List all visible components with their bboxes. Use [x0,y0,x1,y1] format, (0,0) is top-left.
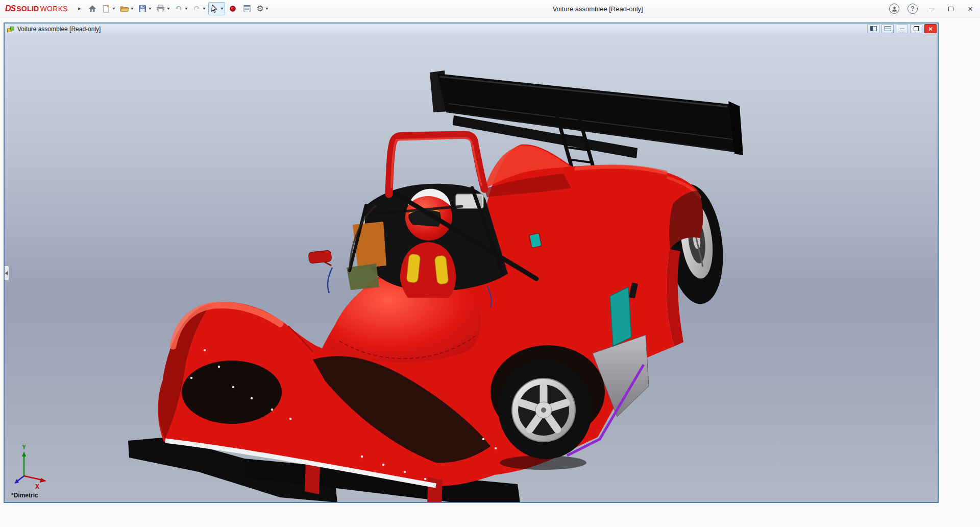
document-title: Voiture assomblee [Read-only] [17,26,101,33]
help-icon: ? [911,5,914,12]
properties-button[interactable] [240,2,254,15]
dropdown-caret-icon[interactable] [131,8,134,10]
triad-y-label: Y [22,444,26,451]
app-titlebar: DS SOLIDWORKS ▸ [0,0,980,17]
doc-minimize-icon [900,29,904,29]
doc-minimize-button[interactable] [896,24,908,33]
brand-works: WORKS [40,5,68,13]
doc-close-icon: × [928,25,933,33]
home-icon [88,4,97,13]
save-button[interactable] [136,2,153,15]
dropdown-caret-icon[interactable] [149,8,152,10]
document-window: Voiture assomblee [Read-only] × [4,22,939,503]
dropdown-caret-icon[interactable] [112,8,115,10]
left-mirror [308,250,332,266]
assembly-document-icon [7,26,15,33]
open-folder-icon [119,4,129,13]
document-titlebar[interactable]: Voiture assomblee [Read-only] × [5,23,938,35]
account-button[interactable] [889,4,899,14]
orientation-triad[interactable]: Y X [14,444,46,490]
dropdown-caret-icon[interactable] [265,8,268,10]
doc-restore-button[interactable] [910,24,922,33]
right-mirror [529,233,542,248]
quick-access-toolbar: ⚙ [86,2,270,15]
select-cursor-icon [210,4,219,13]
model-canvas[interactable]: Y X [5,35,938,502]
print-button[interactable] [154,2,172,15]
print-icon [156,4,165,13]
expand-chevron-icon[interactable]: ▸ [78,5,81,12]
doc-restore-icon [914,26,919,31]
gear-icon: ⚙ [256,5,263,13]
app-title: Voiture assomblee [Read-only] [553,0,643,17]
open-button[interactable] [118,2,135,15]
pane-left-icon [870,26,877,31]
home-button[interactable] [86,2,99,15]
dropdown-caret-icon[interactable] [220,8,224,10]
new-document-button[interactable] [100,2,117,15]
dropdown-caret-icon[interactable] [185,8,188,10]
record-icon [229,5,237,13]
app-background-strip [0,503,980,527]
redo-button[interactable] [190,2,207,15]
solidworks-logo[interactable]: DS SOLIDWORKS [0,4,71,13]
brand-solid: SOLID [16,5,39,13]
maximize-button[interactable] [941,0,961,17]
minimize-button[interactable] [922,0,941,17]
options-button[interactable]: ⚙ [255,2,270,15]
redo-icon [192,4,201,13]
orange-panel [353,222,386,269]
save-icon [138,4,147,13]
pane-left-button[interactable] [867,24,879,33]
app-window-controls: ? × [885,0,980,17]
properties-list-icon [242,4,252,13]
record-macro-button[interactable] [226,2,239,15]
close-icon: × [968,5,973,13]
undo-icon [174,4,183,13]
maximize-icon [948,7,953,11]
help-button[interactable]: ? [908,4,918,14]
new-document-icon [102,4,111,13]
collapse-arrow-icon [5,271,8,275]
undo-button[interactable] [173,2,189,15]
user-icon [891,6,898,12]
pane-split-button[interactable] [881,24,894,33]
view-orientation-label: *Dimetric [11,492,38,499]
triad-x-label: X [35,483,39,490]
dropdown-caret-icon[interactable] [167,8,170,10]
minimize-icon [929,9,935,9]
solidworks-window: DS SOLIDWORKS ▸ [0,0,980,527]
doc-close-button[interactable]: × [924,24,937,33]
ds-logo-icon: DS [5,4,15,13]
select-tool-button[interactable] [208,2,225,15]
close-button[interactable]: × [961,0,980,17]
graphics-viewport[interactable]: Y X *Dimetric [5,35,938,502]
featuremanager-collapse-tab[interactable] [5,266,9,281]
side-window-teal [610,287,631,346]
pane-split-icon [885,26,891,31]
document-window-controls: × [867,24,937,33]
dropdown-caret-icon[interactable] [203,8,206,10]
